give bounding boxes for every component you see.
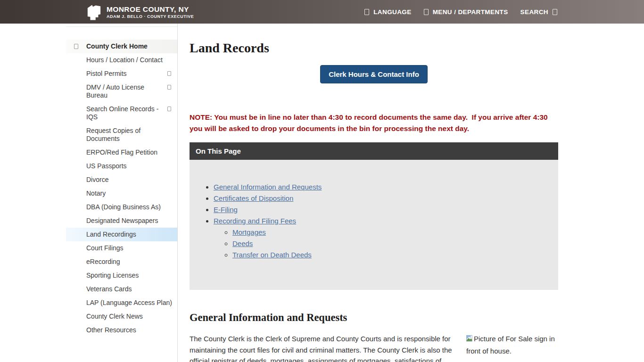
- language-icon: [364, 9, 369, 15]
- broken-image-placeholder: Picture of For Sale sign in front of hou…: [466, 333, 558, 362]
- external-link-icon: [167, 71, 171, 76]
- sidebar-item-county-clerk-home[interactable]: County Clerk Home: [66, 40, 177, 53]
- sidebar-menu-panel: County Clerk HomeHours / Location / Cont…: [66, 26, 177, 337]
- sidebar-item-label: Hours / Location / Contact: [86, 56, 163, 64]
- on-this-page-sublist: MortgagesDeedsTransfer on Death Deeds: [214, 227, 549, 261]
- sidebar-item-label: Notary: [86, 189, 106, 197]
- home-icon: [74, 44, 78, 49]
- on-this-page-title: On This Page: [190, 142, 558, 160]
- sidebar-item-erpo-red-flag-petition[interactable]: ERPO/Red Flag Petition: [66, 146, 177, 159]
- sidebar-item-label: LAP (Language Access Plan): [86, 299, 172, 306]
- anchor-link-transfer-on-death-deeds[interactable]: Transfer on Death Deeds: [232, 251, 312, 259]
- sidebar-item-label: Designated Newspapers: [86, 217, 158, 224]
- sidebar-item-label: Sporting Licenses: [86, 272, 139, 279]
- on-this-page-item: General Information and Requests: [214, 181, 549, 193]
- sidebar-item-lap-language-access-plan[interactable]: LAP (Language Access Plan): [66, 296, 177, 310]
- sidebar-item-erecording[interactable]: eRecording: [66, 255, 177, 269]
- sidebar-item-designated-newspapers[interactable]: Designated Newspapers: [66, 214, 177, 228]
- sidebar-item-search-online-records-iqs[interactable]: Search Online Records - IQS: [66, 102, 177, 124]
- section-paragraph: The County Clerk is the Clerk of Supreme…: [190, 335, 452, 362]
- language-menu[interactable]: LANGUAGE: [364, 8, 411, 16]
- site-logo[interactable]: MONROE COUNTY, NY ADAM J. BELLO · COUNTY…: [86, 3, 194, 21]
- sidebar-item-veterans-cards[interactable]: Veterans Cards: [66, 282, 177, 296]
- menu-departments[interactable]: MENU / DEPARTMENTS: [424, 8, 508, 16]
- sidebar-item-label: DMV / Auto License Bureau: [86, 83, 144, 99]
- broken-image-icon: [466, 334, 473, 346]
- search-label: SEARCH: [520, 8, 548, 16]
- anchor-link-e-filing[interactable]: E-Filing: [214, 206, 238, 214]
- section-paragraph-wrap: Picture of For Sale sign in front of hou…: [190, 333, 558, 362]
- sidebar-item-label: Request Copies of Documents: [86, 127, 140, 142]
- sidebar-item-hours-location-contact[interactable]: Hours / Location / Contact: [66, 53, 177, 67]
- language-label: LANGUAGE: [373, 8, 411, 16]
- search-control[interactable]: SEARCH: [520, 8, 557, 16]
- sidebar-item-label: County Clerk Home: [86, 42, 148, 50]
- sidebar-item-court-filings[interactable]: Court Filings: [66, 241, 177, 255]
- menu-label: MENU / DEPARTMENTS: [433, 8, 508, 16]
- sidebar-item-request-copies-of-documents[interactable]: Request Copies of Documents: [66, 124, 177, 146]
- on-this-page-subitem: Deeds: [232, 238, 549, 249]
- anchor-link-mortgages[interactable]: Mortgages: [232, 228, 266, 236]
- on-this-page-subitem: Mortgages: [232, 227, 549, 238]
- sidebar-item-label: US Passports: [86, 162, 127, 170]
- sidebar-item-label: Land Recordings: [86, 230, 136, 238]
- sidebar-item-notary[interactable]: Notary: [66, 187, 177, 200]
- search-icon: [553, 9, 557, 15]
- section-heading: General Information and Requests: [190, 312, 558, 324]
- anchor-link-recording-and-filing-fees[interactable]: Recording and Filing Fees: [214, 217, 296, 225]
- main-content: Land Records Clerk Hours & Contact Info …: [190, 24, 558, 362]
- site-header: MONROE COUNTY, NY ADAM J. BELLO · COUNTY…: [0, 0, 644, 24]
- external-link-icon: [167, 85, 171, 90]
- sidebar-item-pistol-permits[interactable]: Pistol Permits: [66, 67, 177, 81]
- on-this-page-item: Certificates of Disposition: [214, 193, 549, 204]
- sidebar-item-us-passports[interactable]: US Passports: [66, 159, 177, 173]
- sidebar-item-label: eRecording: [86, 258, 120, 265]
- sidebar-item-label: Other Resources: [86, 326, 136, 334]
- sidebar-menu: County Clerk HomeHours / Location / Cont…: [66, 40, 177, 337]
- on-this-page-list: General Information and RequestsCertific…: [190, 181, 549, 261]
- on-this-page-item: E-Filing: [214, 204, 549, 215]
- on-this-page-body: General Information and RequestsCertific…: [190, 160, 558, 290]
- sidebar-item-county-clerk-news[interactable]: County Clerk News: [66, 310, 177, 323]
- page-title: Land Records: [190, 41, 558, 56]
- clerk-hours-contact-button[interactable]: Clerk Hours & Contact Info: [320, 65, 428, 83]
- sidebar: County Clerk HomeHours / Location / Cont…: [66, 24, 178, 362]
- button-row: Clerk Hours & Contact Info: [190, 65, 558, 83]
- on-this-page-item: Recording and Filing FeesMortgagesDeedsT…: [214, 215, 549, 261]
- on-this-page-subitem: Transfer on Death Deeds: [232, 249, 549, 261]
- anchor-link-general-information-and-requests[interactable]: General Information and Requests: [214, 183, 322, 191]
- sidebar-item-label: Search Online Records - IQS: [86, 105, 158, 121]
- on-this-page-panel: On This Page General Information and Req…: [190, 142, 558, 290]
- image-alt-text: Picture of For Sale sign in front of hou…: [466, 335, 555, 355]
- sidebar-item-other-resources[interactable]: Other Resources: [66, 323, 177, 337]
- same-day-recording-note: NOTE: You must be in line no later than …: [190, 112, 558, 134]
- sidebar-item-label: Veterans Cards: [86, 285, 132, 293]
- sidebar-item-label: Divorce: [86, 176, 108, 183]
- anchor-link-certificates-of-disposition[interactable]: Certificates of Disposition: [214, 194, 293, 202]
- sidebar-item-label: County Clerk News: [86, 313, 143, 320]
- sidebar-item-sporting-licenses[interactable]: Sporting Licenses: [66, 269, 177, 282]
- sidebar-item-dba-doing-business-as[interactable]: DBA (Doing Business As): [66, 200, 177, 214]
- sidebar-item-label: DBA (Doing Business As): [86, 203, 161, 211]
- site-title: MONROE COUNTY, NY: [107, 5, 194, 13]
- external-link-icon: [167, 107, 171, 111]
- anchor-link-deeds[interactable]: Deeds: [232, 239, 253, 247]
- menu-icon: [424, 9, 429, 15]
- sidebar-item-label: Pistol Permits: [86, 70, 127, 77]
- sidebar-item-label: ERPO/Red Flag Petition: [86, 148, 157, 156]
- sidebar-item-label: Court Filings: [86, 244, 124, 252]
- sidebar-item-dmv-auto-license-bureau[interactable]: DMV / Auto License Bureau: [66, 81, 177, 102]
- sidebar-item-divorce[interactable]: Divorce: [66, 173, 177, 187]
- site-subtitle: ADAM J. BELLO · COUNTY EXECUTIVE: [107, 14, 194, 19]
- top-nav: LANGUAGE MENU / DEPARTMENTS SEARCH: [364, 8, 557, 16]
- sidebar-item-land-recordings[interactable]: Land Recordings: [66, 228, 177, 241]
- county-map-icon: [86, 3, 101, 21]
- page-layout: County Clerk HomeHours / Location / Cont…: [0, 24, 644, 362]
